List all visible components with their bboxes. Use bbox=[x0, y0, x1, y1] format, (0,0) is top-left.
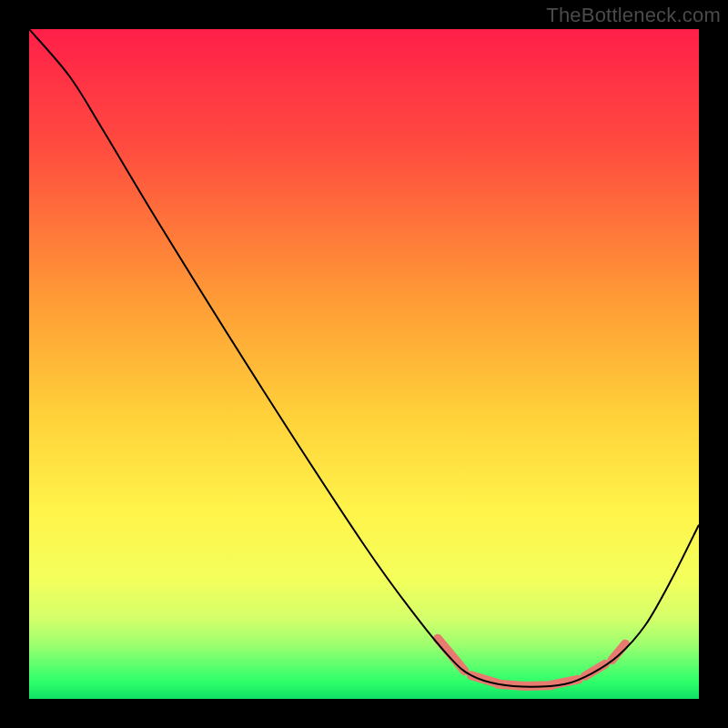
chart-container: TheBottleneck.com bbox=[0, 0, 728, 728]
watermark-text: TheBottleneck.com bbox=[546, 4, 721, 27]
gradient-background bbox=[29, 29, 699, 699]
plot-svg bbox=[29, 29, 699, 699]
plot-frame bbox=[27, 27, 701, 701]
